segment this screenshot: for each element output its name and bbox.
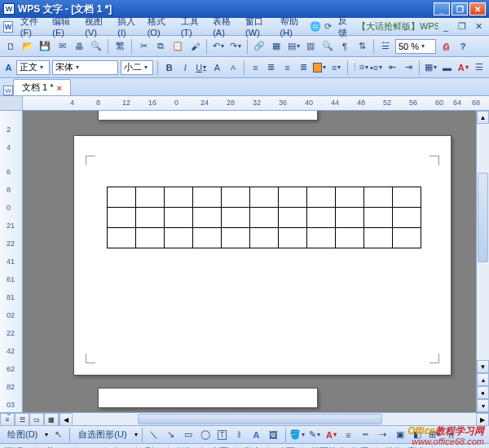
table-cell[interactable] — [364, 187, 393, 208]
vertical-scrollbar[interactable]: ▲ ▼ ▴ ● ▾ — [476, 111, 489, 412]
task-pane-button[interactable]: ☰ — [472, 60, 486, 75]
outdent-button[interactable]: ⇤ — [385, 60, 399, 75]
line-style-icon[interactable]: ≡ — [341, 428, 356, 442]
inserted-table[interactable] — [107, 187, 421, 248]
select-objects-icon[interactable]: ↖ — [51, 428, 65, 442]
scroll-right-button[interactable]: ▶ — [476, 413, 489, 426]
undo-icon[interactable]: ↶▾ — [211, 39, 226, 54]
table-cell[interactable] — [250, 208, 279, 228]
promo-text[interactable]: 【大话抢鲜版】WPS知... — [357, 20, 438, 33]
font-color-draw-icon[interactable]: A▾ — [324, 428, 339, 442]
highlight-button[interactable]: ▾ — [312, 60, 327, 75]
table-cell[interactable] — [393, 208, 421, 228]
shadow-icon[interactable]: ▣ — [393, 428, 408, 442]
arrow-style-icon[interactable]: ⇢ — [376, 428, 390, 442]
web-icon[interactable]: 🌐 — [309, 20, 322, 34]
align-justify-button[interactable]: ≣ — [297, 60, 311, 75]
paste-icon[interactable]: 📋 — [170, 39, 185, 54]
scroll-down-button[interactable]: ▼ — [477, 360, 489, 373]
complex-convert-button[interactable]: 繁 — [112, 39, 127, 54]
table-cell[interactable] — [336, 187, 364, 208]
close-button[interactable]: ✕ — [469, 2, 486, 15]
find-icon[interactable]: 🔍 — [320, 39, 335, 54]
horizontal-scrollbar[interactable]: ≡ ☱ ▭ ▦ ◀ ▶ — [0, 412, 489, 425]
help-icon[interactable]: ? — [456, 39, 470, 54]
font-color-button[interactable]: A▾ — [456, 60, 470, 75]
table-cell[interactable] — [165, 208, 193, 228]
scroll-thumb-h[interactable] — [138, 414, 382, 424]
table-cell[interactable] — [136, 228, 165, 248]
vertical-ruler[interactable]: 246802122416181022242628203~ — [0, 111, 23, 412]
align-center-button[interactable]: ≣ — [265, 60, 279, 75]
bold-button[interactable]: B — [162, 60, 176, 75]
table-cell[interactable] — [136, 208, 165, 228]
fill-color-icon[interactable]: 🪣▾ — [290, 428, 305, 442]
dash-style-icon[interactable]: ┅ — [359, 428, 373, 442]
show-marks-icon[interactable]: ¶ — [337, 39, 352, 54]
line-spacing-button[interactable]: ≡▾ — [329, 60, 343, 75]
mail-icon[interactable]: ✉ — [55, 39, 69, 54]
table-cell[interactable] — [336, 208, 364, 228]
menu-tools[interactable]: 工具(T) — [177, 14, 209, 39]
insert-object-icon[interactable]: ▦ — [269, 39, 284, 54]
print-preview-icon[interactable]: 🔍 — [89, 39, 104, 54]
hyperlink-icon[interactable]: 🔗 — [252, 39, 267, 54]
page-current[interactable] — [73, 135, 452, 376]
table-cell[interactable] — [307, 208, 336, 228]
scroll-track-h[interactable] — [73, 413, 476, 425]
save-icon[interactable]: 💾 — [37, 39, 52, 54]
menu-window[interactable]: 窗口(W) — [241, 14, 275, 39]
table-cell[interactable] — [108, 228, 136, 248]
table-cell[interactable] — [336, 228, 364, 248]
bullets-button[interactable]: •≡▾ — [369, 60, 383, 75]
wordart-icon[interactable]: A — [249, 428, 264, 442]
minimize-button[interactable]: _ — [434, 2, 450, 15]
styles-icon[interactable]: A — [3, 60, 14, 75]
horizontal-ruler[interactable]: 481216024283236404448525660646872 — [0, 96, 489, 111]
insert-picture-icon[interactable]: 🖼 — [267, 428, 281, 442]
table-cell[interactable] — [364, 208, 393, 228]
borders-button[interactable]: ▦▾ — [424, 60, 438, 75]
pdf-icon[interactable]: ⎙ — [438, 39, 453, 54]
menu-format[interactable]: 格式(O) — [143, 14, 177, 39]
prev-page-button[interactable]: ▴ — [477, 373, 489, 386]
vertical-textbox-icon[interactable]: ⦀ — [232, 428, 247, 442]
size-combo[interactable]: 小二▾ — [121, 60, 154, 75]
table-cell[interactable] — [193, 187, 222, 208]
mdi-minimize-button[interactable]: _ — [438, 20, 453, 34]
italic-button[interactable]: I — [178, 60, 192, 75]
menu-file[interactable]: 文件(F) — [16, 14, 48, 39]
table-cell[interactable] — [108, 187, 136, 208]
table-cell[interactable] — [279, 187, 307, 208]
table-cell[interactable] — [165, 187, 193, 208]
headers-icon[interactable]: ☱ — [378, 39, 393, 54]
table-cell[interactable] — [250, 187, 279, 208]
table-cell[interactable] — [307, 228, 336, 248]
table-row[interactable] — [108, 187, 421, 208]
indent-button[interactable]: ⇥ — [402, 60, 416, 75]
maximize-button[interactable]: ❐ — [452, 2, 468, 15]
scroll-left-button[interactable]: ◀ — [59, 413, 73, 426]
menu-table[interactable]: 表格(A) — [209, 14, 241, 39]
redo-icon[interactable]: ↷▾ — [228, 39, 243, 54]
style-combo[interactable]: 正文▾ — [16, 60, 50, 75]
table-cell[interactable] — [193, 228, 222, 248]
table-cell[interactable] — [279, 228, 307, 248]
text-direction-icon[interactable]: ⇅ — [355, 39, 369, 54]
cut-icon[interactable]: ✂ — [136, 39, 151, 54]
underline-button[interactable]: U▾ — [194, 60, 208, 75]
copy-icon[interactable]: ⧉ — [153, 39, 168, 54]
oval-icon[interactable]: ◯ — [198, 428, 213, 442]
page-view-button[interactable]: ▭ — [29, 413, 44, 426]
numbering-button[interactable]: ⋮≡▾ — [352, 60, 367, 75]
outline-view-button[interactable]: ☱ — [15, 413, 29, 426]
table-cell[interactable] — [222, 228, 250, 248]
menu-insert[interactable]: 插入(I) — [113, 14, 143, 39]
tab-close-icon[interactable]: × — [57, 83, 62, 93]
table-cell[interactable] — [250, 228, 279, 248]
scroll-track[interactable] — [477, 124, 489, 360]
next-page-button[interactable]: ▾ — [477, 399, 489, 412]
columns-icon[interactable]: ▥ — [303, 39, 318, 54]
mdi-restore-button[interactable]: ❐ — [455, 20, 469, 34]
draw-menu[interactable]: 绘图(D) — [3, 427, 42, 442]
